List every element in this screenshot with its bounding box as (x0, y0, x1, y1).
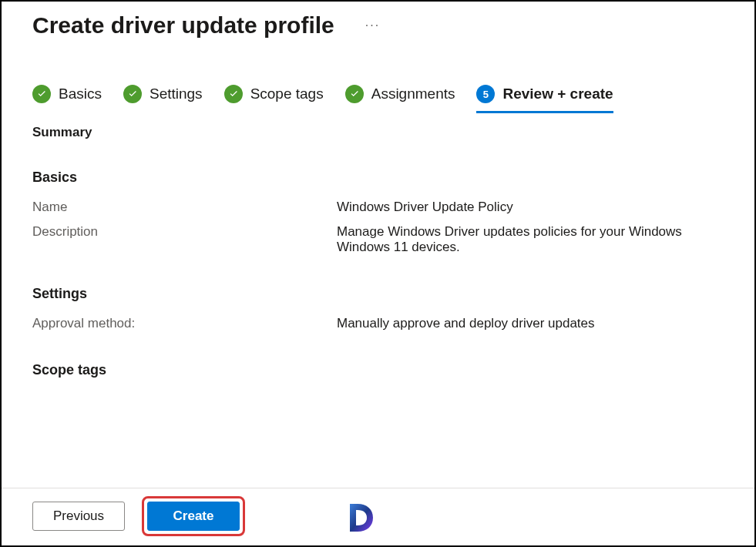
step-assignments[interactable]: Assignments (345, 85, 455, 103)
checkmark-icon (224, 85, 243, 103)
field-value: Manually approve and deploy driver updat… (337, 316, 595, 331)
footer: Previous Create (32, 496, 724, 536)
step-settings[interactable]: Settings (123, 85, 203, 103)
page-title: Create driver update profile (32, 12, 334, 39)
watermark-logo (344, 501, 378, 535)
step-label: Basics (59, 86, 102, 102)
section-settings-heading: Settings (32, 286, 724, 302)
field-value: Windows Driver Update Policy (337, 200, 513, 215)
field-label: Approval method: (32, 316, 337, 331)
summary-heading: Summary (32, 125, 724, 140)
step-review-create[interactable]: 5 Review + create (476, 85, 613, 113)
checkmark-icon (345, 85, 364, 103)
highlight-annotation: Create (142, 496, 245, 536)
step-number-icon: 5 (476, 85, 495, 103)
create-button[interactable]: Create (147, 502, 240, 531)
summary-panel: Summary Basics Name Windows Driver Updat… (2, 103, 754, 378)
section-basics-heading: Basics (32, 169, 724, 186)
footer-divider (2, 488, 754, 488)
field-label: Description (32, 224, 337, 255)
step-label: Settings (150, 86, 203, 102)
field-description: Description Manage Windows Driver update… (32, 224, 724, 255)
field-label: Name (32, 200, 337, 215)
step-basics[interactable]: Basics (32, 85, 102, 103)
more-icon[interactable]: ··· (365, 18, 380, 32)
checkmark-icon (32, 85, 51, 103)
section-scope-heading: Scope tags (32, 362, 724, 378)
field-approval: Approval method: Manually approve and de… (32, 316, 724, 331)
field-value: Manage Windows Driver updates policies f… (337, 224, 724, 255)
step-scope-tags[interactable]: Scope tags (224, 85, 324, 103)
step-label: Scope tags (250, 86, 324, 102)
wizard-steps: Basics Settings Scope tags Assignments 5… (2, 39, 754, 103)
checkmark-icon (123, 85, 142, 103)
step-label: Assignments (371, 86, 455, 102)
previous-button[interactable]: Previous (32, 502, 125, 531)
step-label: Review + create (502, 86, 613, 102)
field-name: Name Windows Driver Update Policy (32, 200, 724, 215)
